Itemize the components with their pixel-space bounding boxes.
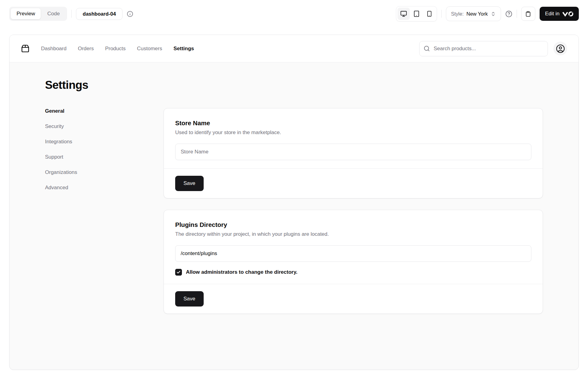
nav-link-settings[interactable]: Settings	[173, 46, 194, 52]
toolbar-divider	[71, 10, 72, 18]
sidebar-item-advanced[interactable]: Advanced	[45, 185, 131, 191]
style-label: Style:	[451, 11, 464, 17]
device-size-toggle	[396, 6, 437, 21]
card-description: Used to identify your store in the marke…	[175, 130, 531, 136]
app-header: Dashboard Orders Products Customers Sett…	[9, 35, 579, 62]
allow-admin-checkbox-label[interactable]: Allow administrators to change the direc…	[186, 269, 297, 275]
info-icon[interactable]	[127, 11, 133, 17]
brand-logo-button[interactable]	[21, 44, 30, 53]
card-title: Store Name	[175, 119, 531, 127]
preview-toolbar: Preview Code dashboard-04 Style: New Yor…	[0, 0, 588, 21]
toolbar-divider	[441, 10, 442, 18]
copy-code-button[interactable]	[521, 7, 535, 21]
sidebar-item-integrations[interactable]: Integrations	[45, 139, 131, 145]
plugins-directory-input[interactable]	[175, 245, 531, 262]
help-icon[interactable]	[505, 10, 512, 17]
block-preview-frame: Dashboard Orders Products Customers Sett…	[9, 35, 579, 370]
tablet-view-button[interactable]	[410, 8, 423, 20]
card-description: The directory within your project, in wh…	[175, 231, 531, 237]
page-title: Settings	[45, 79, 543, 92]
edit-in-v0-label: Edit in	[545, 11, 560, 17]
chevrons-up-down-icon	[491, 11, 496, 17]
package-icon	[21, 44, 30, 53]
settings-sidebar: General Security Integrations Support Or…	[45, 108, 131, 191]
search-input[interactable]	[419, 41, 548, 56]
v0-logo-icon	[562, 11, 573, 17]
desktop-view-button[interactable]	[398, 8, 410, 20]
toolbar-divider	[517, 10, 517, 18]
code-tab[interactable]: Code	[41, 8, 66, 19]
check-icon	[176, 270, 181, 274]
nav-link-customers[interactable]: Customers	[137, 46, 162, 52]
clipboard-icon	[525, 11, 531, 17]
mobile-view-button[interactable]	[423, 8, 435, 20]
header-right	[419, 41, 567, 56]
settings-page: Settings General Security Integrations S…	[9, 62, 579, 314]
style-value: New York	[466, 11, 488, 17]
view-mode-toggle: Preview Code	[9, 7, 67, 21]
sidebar-item-organizations[interactable]: Organizations	[45, 169, 131, 175]
sidebar-item-general[interactable]: General	[45, 108, 131, 114]
circle-user-icon	[556, 44, 565, 53]
save-button[interactable]: Save	[175, 176, 204, 191]
sidebar-item-security[interactable]: Security	[45, 123, 131, 130]
edit-in-v0-button[interactable]: Edit in	[540, 7, 579, 21]
plugins-directory-card: Plugins Directory The directory within y…	[164, 210, 543, 314]
search-icon	[424, 45, 430, 53]
user-menu-button[interactable]	[553, 42, 567, 55]
card-title: Plugins Directory	[175, 221, 531, 228]
allow-admin-checkbox[interactable]	[175, 269, 182, 276]
sidebar-item-support[interactable]: Support	[45, 154, 131, 160]
nav-link-orders[interactable]: Orders	[78, 46, 94, 52]
style-select[interactable]: Style: New York	[446, 6, 501, 21]
nav-link-products[interactable]: Products	[105, 46, 126, 52]
store-name-input[interactable]	[175, 144, 531, 160]
block-name-badge: dashboard-04	[76, 8, 123, 20]
store-name-card: Store Name Used to identify your store i…	[164, 108, 543, 198]
search-box	[419, 41, 548, 56]
nav-link-dashboard[interactable]: Dashboard	[41, 46, 66, 52]
smartphone-icon	[426, 11, 432, 17]
monitor-icon	[400, 10, 407, 17]
preview-tab[interactable]: Preview	[11, 8, 41, 19]
tablet-icon	[413, 10, 420, 17]
save-button[interactable]: Save	[175, 291, 204, 307]
